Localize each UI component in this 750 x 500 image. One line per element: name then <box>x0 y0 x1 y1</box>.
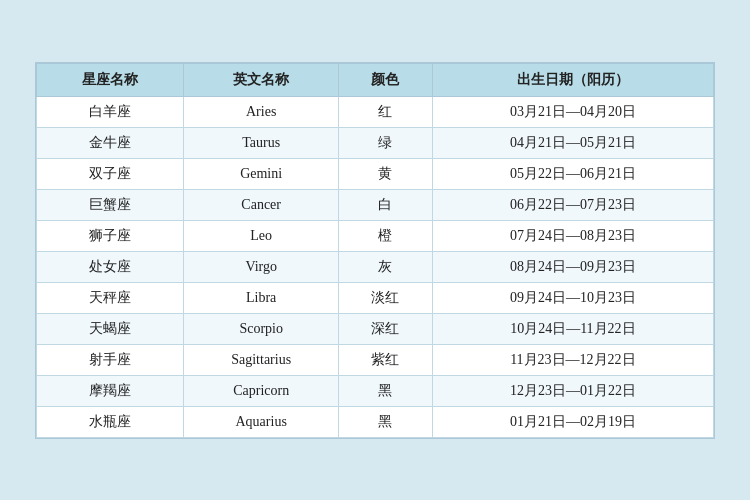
table-row: 巨蟹座Cancer白06月22日—07月23日 <box>37 189 714 220</box>
cell-7-1: Scorpio <box>184 313 339 344</box>
cell-6-0: 天秤座 <box>37 282 184 313</box>
cell-4-2: 橙 <box>339 220 433 251</box>
cell-4-1: Leo <box>184 220 339 251</box>
cell-10-3: 01月21日—02月19日 <box>432 406 713 437</box>
cell-1-1: Taurus <box>184 127 339 158</box>
table-row: 双子座Gemini黄05月22日—06月21日 <box>37 158 714 189</box>
cell-9-0: 摩羯座 <box>37 375 184 406</box>
cell-10-2: 黑 <box>339 406 433 437</box>
cell-4-0: 狮子座 <box>37 220 184 251</box>
cell-3-1: Cancer <box>184 189 339 220</box>
cell-7-3: 10月24日—11月22日 <box>432 313 713 344</box>
cell-5-0: 处女座 <box>37 251 184 282</box>
zodiac-table-container: 星座名称英文名称颜色出生日期（阳历） 白羊座Aries红03月21日—04月20… <box>35 62 715 439</box>
table-row: 射手座Sagittarius紫红11月23日—12月22日 <box>37 344 714 375</box>
cell-4-3: 07月24日—08月23日 <box>432 220 713 251</box>
cell-3-0: 巨蟹座 <box>37 189 184 220</box>
cell-5-2: 灰 <box>339 251 433 282</box>
cell-8-3: 11月23日—12月22日 <box>432 344 713 375</box>
header-col-3: 出生日期（阳历） <box>432 63 713 96</box>
cell-7-2: 深红 <box>339 313 433 344</box>
table-row: 天秤座Libra淡红09月24日—10月23日 <box>37 282 714 313</box>
cell-2-2: 黄 <box>339 158 433 189</box>
cell-5-3: 08月24日—09月23日 <box>432 251 713 282</box>
zodiac-table: 星座名称英文名称颜色出生日期（阳历） 白羊座Aries红03月21日—04月20… <box>36 63 714 438</box>
table-row: 天蝎座Scorpio深红10月24日—11月22日 <box>37 313 714 344</box>
table-header: 星座名称英文名称颜色出生日期（阳历） <box>37 63 714 96</box>
table-row: 狮子座Leo橙07月24日—08月23日 <box>37 220 714 251</box>
cell-6-3: 09月24日—10月23日 <box>432 282 713 313</box>
cell-3-2: 白 <box>339 189 433 220</box>
cell-8-1: Sagittarius <box>184 344 339 375</box>
cell-8-0: 射手座 <box>37 344 184 375</box>
table-row: 摩羯座Capricorn黑12月23日—01月22日 <box>37 375 714 406</box>
cell-6-2: 淡红 <box>339 282 433 313</box>
table-row: 处女座Virgo灰08月24日—09月23日 <box>37 251 714 282</box>
header-col-0: 星座名称 <box>37 63 184 96</box>
header-row: 星座名称英文名称颜色出生日期（阳历） <box>37 63 714 96</box>
cell-2-0: 双子座 <box>37 158 184 189</box>
table-row: 水瓶座Aquarius黑01月21日—02月19日 <box>37 406 714 437</box>
cell-0-1: Aries <box>184 96 339 127</box>
cell-6-1: Libra <box>184 282 339 313</box>
cell-9-3: 12月23日—01月22日 <box>432 375 713 406</box>
cell-3-3: 06月22日—07月23日 <box>432 189 713 220</box>
cell-1-2: 绿 <box>339 127 433 158</box>
cell-7-0: 天蝎座 <box>37 313 184 344</box>
cell-9-1: Capricorn <box>184 375 339 406</box>
cell-2-3: 05月22日—06月21日 <box>432 158 713 189</box>
cell-2-1: Gemini <box>184 158 339 189</box>
cell-0-0: 白羊座 <box>37 96 184 127</box>
cell-1-3: 04月21日—05月21日 <box>432 127 713 158</box>
cell-10-0: 水瓶座 <box>37 406 184 437</box>
table-row: 金牛座Taurus绿04月21日—05月21日 <box>37 127 714 158</box>
cell-9-2: 黑 <box>339 375 433 406</box>
table-row: 白羊座Aries红03月21日—04月20日 <box>37 96 714 127</box>
cell-5-1: Virgo <box>184 251 339 282</box>
header-col-2: 颜色 <box>339 63 433 96</box>
cell-0-2: 红 <box>339 96 433 127</box>
cell-0-3: 03月21日—04月20日 <box>432 96 713 127</box>
table-body: 白羊座Aries红03月21日—04月20日金牛座Taurus绿04月21日—0… <box>37 96 714 437</box>
cell-10-1: Aquarius <box>184 406 339 437</box>
header-col-1: 英文名称 <box>184 63 339 96</box>
cell-8-2: 紫红 <box>339 344 433 375</box>
cell-1-0: 金牛座 <box>37 127 184 158</box>
